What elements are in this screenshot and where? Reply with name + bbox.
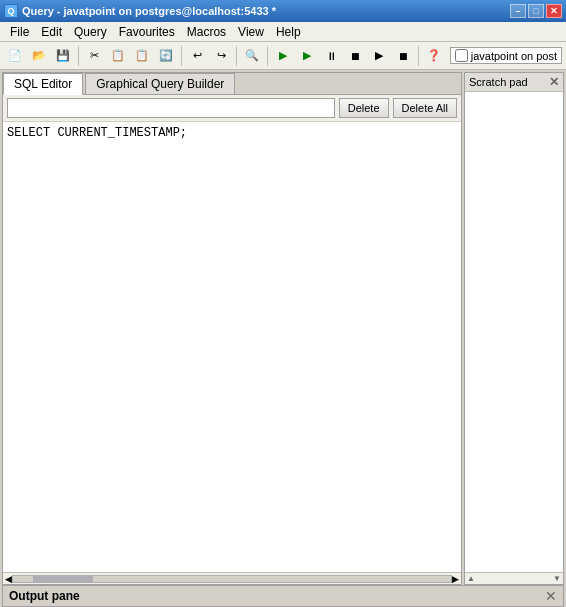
scroll-track[interactable] (12, 575, 452, 583)
undo-button[interactable]: ↩ (186, 45, 208, 67)
help-button[interactable]: ❓ (423, 45, 445, 67)
close-button[interactable]: ✕ (546, 4, 562, 18)
open-button[interactable]: 📂 (28, 45, 50, 67)
scratch-pad-title: Scratch pad (469, 76, 528, 88)
output-pane-header: Output pane ✕ (3, 586, 563, 607)
scratch-pad-header: Scratch pad ✕ (465, 73, 563, 92)
copy-button[interactable]: 📋 (107, 45, 129, 67)
window-controls: – □ ✕ (510, 4, 562, 18)
new-file-button[interactable]: 📄 (4, 45, 26, 67)
scratch-scroll-down[interactable]: ▼ (553, 574, 561, 583)
connection-checkbox[interactable] (455, 49, 468, 62)
separator-5 (418, 46, 419, 66)
separator-1 (78, 46, 79, 66)
window-title: Query - javatpoint on postgres@localhost… (22, 5, 276, 17)
editor-tabs: SQL Editor Graphical Query Builder (3, 73, 461, 95)
menu-favourites[interactable]: Favourites (113, 23, 181, 41)
scratch-scroll-up[interactable]: ▲ (467, 574, 475, 583)
redo-button[interactable]: ↪ (210, 45, 232, 67)
menu-bar: File Edit Query Favourites Macros View H… (0, 22, 566, 42)
query-toolbar: Delete Delete All (3, 95, 461, 122)
pause-button[interactable]: ⏸ (320, 45, 342, 67)
minimize-button[interactable]: – (510, 4, 526, 18)
menu-help[interactable]: Help (270, 23, 307, 41)
main-content: SQL Editor Graphical Query Builder Delet… (0, 70, 566, 585)
scratch-pad-panel: Scratch pad ✕ ▲ ▼ (464, 72, 564, 585)
save-button[interactable]: 💾 (52, 45, 74, 67)
step-button[interactable]: ▶ (368, 45, 390, 67)
cut-button[interactable]: ✂ (83, 45, 105, 67)
scroll-thumb (33, 576, 93, 582)
history-select[interactable] (7, 98, 335, 118)
scratch-pad-content[interactable] (465, 92, 563, 572)
separator-3 (236, 46, 237, 66)
stop2-button[interactable]: ⏹ (392, 45, 414, 67)
separator-2 (181, 46, 182, 66)
connection-label: javatpoint on post (471, 50, 557, 62)
sql-editor[interactable]: SELECT CURRENT_TIMESTAMP; (3, 122, 461, 572)
connection-info: javatpoint on post (450, 47, 562, 64)
delete-all-button[interactable]: Delete All (393, 98, 457, 118)
scroll-left-arrow[interactable]: ◀ (5, 574, 12, 584)
delete-button[interactable]: Delete (339, 98, 389, 118)
toolbar: 📄 📂 💾 ✂ 📋 📋 🔄 ↩ ↪ 🔍 ▶ ▶ ⏸ ⏹ ▶ ⏹ ❓ javatp… (0, 42, 566, 70)
stop-button[interactable]: ⏹ (344, 45, 366, 67)
run-selected-button[interactable]: ▶ (296, 45, 318, 67)
maximize-button[interactable]: □ (528, 4, 544, 18)
run-button[interactable]: ▶ (272, 45, 294, 67)
clear-button[interactable]: 🔄 (155, 45, 177, 67)
scroll-right-arrow[interactable]: ▶ (452, 574, 459, 584)
tab-graphical-query-builder[interactable]: Graphical Query Builder (85, 73, 235, 94)
editor-scrollbar: ◀ ▶ (3, 572, 461, 584)
menu-view[interactable]: View (232, 23, 270, 41)
output-pane: Output pane ✕ Data Output Explain Messag… (2, 585, 564, 607)
title-bar: Q Query - javatpoint on postgres@localho… (0, 0, 566, 22)
app-icon: Q (4, 4, 18, 18)
menu-file[interactable]: File (4, 23, 35, 41)
paste-button[interactable]: 📋 (131, 45, 153, 67)
scratch-pad-close[interactable]: ✕ (549, 75, 559, 89)
output-pane-close[interactable]: ✕ (545, 588, 557, 604)
menu-edit[interactable]: Edit (35, 23, 68, 41)
scratch-scrollbar: ▲ ▼ (465, 572, 563, 584)
find-button[interactable]: 🔍 (241, 45, 263, 67)
separator-4 (267, 46, 268, 66)
menu-macros[interactable]: Macros (181, 23, 232, 41)
output-pane-title: Output pane (9, 589, 80, 603)
menu-query[interactable]: Query (68, 23, 113, 41)
tab-sql-editor[interactable]: SQL Editor (3, 73, 83, 95)
left-panel: SQL Editor Graphical Query Builder Delet… (2, 72, 462, 585)
